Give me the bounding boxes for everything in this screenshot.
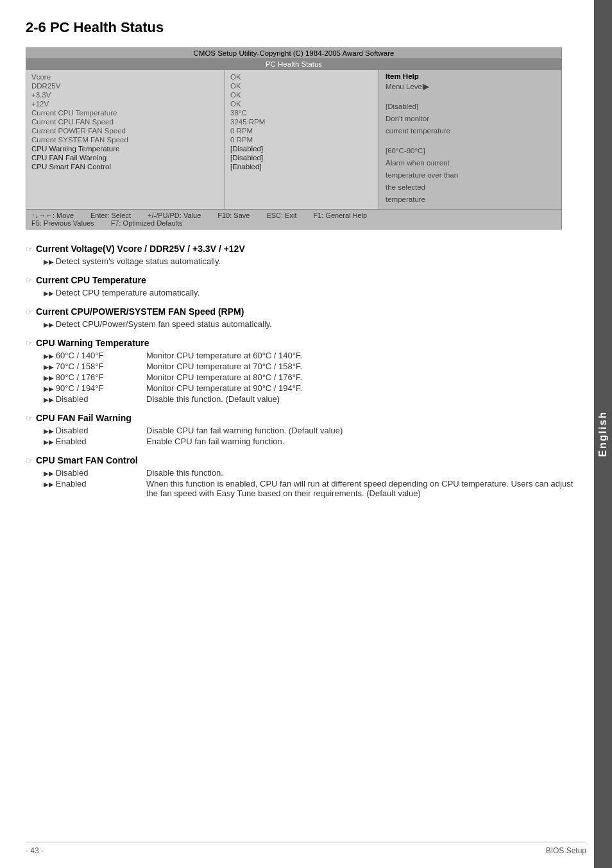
bios-row: Current CPU Temperature (31, 108, 219, 117)
sub-table: 90°C / 194°FMonitor CPU temperature at 9… (44, 383, 580, 393)
section-title: Current CPU/POWER/SYSTEM FAN Speed (RPM) (36, 306, 244, 317)
bios-row-value: OK (230, 91, 282, 99)
section-cpu-warn-temp: ☞CPU Warning Temperature60°C / 140°FMoni… (26, 338, 562, 404)
section-fan-speed: ☞Current CPU/POWER/SYSTEM FAN Speed (RPM… (26, 306, 562, 329)
sub-table-val: When this function is enabled, CPU fan w… (146, 479, 580, 498)
content-sections: ☞Current Voltage(V) Vcore / DDR25V / +3.… (26, 244, 562, 498)
section-desc: Detect system's voltage status automatic… (44, 256, 562, 266)
bios-row: Current CPU FAN Speed (31, 117, 219, 126)
bios-row-label: Current SYSTEM FAN Speed (31, 136, 219, 144)
section-title: Current Voltage(V) Vcore / DDR25V / +3.3… (36, 244, 245, 254)
sub-table-row: 70°C / 158°FMonitor CPU temperature at 7… (44, 362, 580, 371)
sub-table-row: DisabledDisable this function. (Default … (44, 394, 580, 404)
sub-table: DisabledDisable this function. (Default … (44, 394, 580, 404)
bios-row-label: Current CPU FAN Speed (31, 118, 219, 126)
section-voltage: ☞Current Voltage(V) Vcore / DDR25V / +3.… (26, 244, 562, 266)
bios-help-item: current temperature (386, 126, 555, 136)
bios-row-label: Current CPU Temperature (31, 109, 219, 117)
bios-row-value: 0 RPM (230, 136, 282, 144)
page-title: 2-6 PC Health Status (26, 19, 562, 36)
bios-help-item: Alarm when current (386, 158, 555, 168)
bios-row-value: OK (230, 73, 282, 81)
bios-footer-item: ESC: Exit (266, 212, 296, 219)
bios-row-value: 38°C (230, 109, 282, 117)
bios-row: DDR25V (31, 81, 219, 90)
sub-table: DisabledDisable CPU fan fail warning fun… (44, 426, 580, 435)
bios-row-label: CPU Warning Temperature (31, 145, 219, 153)
sub-table-key: Disabled (44, 394, 146, 404)
bios-body: VcoreDDR25V+3.3V+12VCurrent CPU Temperat… (26, 70, 561, 209)
section-arrow-icon: ☞ (26, 307, 33, 317)
sub-table-row: EnabledEnable CPU fan fail warning funct… (44, 437, 580, 446)
sub-table-key: 70°C / 158°F (44, 362, 146, 371)
bios-help-item: temperature over than (386, 171, 555, 180)
section-title: Current CPU Temperature (36, 275, 146, 285)
sub-table-key: Enabled (44, 437, 146, 446)
sub-table-val: Disable this function. (146, 468, 580, 478)
sub-table-val: Disable CPU fan fail warning function. (… (146, 426, 580, 435)
bios-help-item: [60°C-90°C] (386, 146, 555, 156)
bios-help-item: Menu Level▶ (386, 82, 555, 92)
sub-table: DisabledDisable this function. (44, 468, 580, 478)
side-tab-label: English (597, 411, 609, 457)
bios-row-label: +12V (31, 100, 219, 108)
sub-table-row: EnabledWhen this function is enabled, CP… (44, 479, 580, 498)
bios-title-bar: CMOS Setup Utility-Copyright (C) 1984-20… (26, 48, 561, 59)
section-desc: Detect CPU/Power/System fan speed status… (44, 319, 562, 329)
section-title: CPU Warning Temperature (36, 338, 149, 348)
section-arrow-icon: ☞ (26, 244, 33, 254)
bios-row-value: 3245 RPM (230, 118, 282, 126)
section-arrow-icon: ☞ (26, 413, 33, 423)
bios-row: +12V (31, 99, 219, 108)
bios-help-item: the selected (386, 183, 555, 192)
bios-footer-item: F10: Save (217, 212, 250, 219)
bios-row: CPU Warning Temperature (31, 144, 219, 153)
bios-row-value-row: 0 RPM (230, 126, 373, 135)
bios-help-item: temperature (386, 195, 555, 204)
section-cpu-temp: ☞Current CPU TemperatureDetect CPU tempe… (26, 275, 562, 297)
sub-table-key: 90°C / 194°F (44, 383, 146, 393)
bios-row-value-row: OK (230, 72, 373, 81)
side-tab: English (594, 0, 612, 868)
bios-footer-item: F7: Optimized Defaults (111, 219, 183, 227)
bios-row: Current SYSTEM FAN Speed (31, 135, 219, 144)
sub-table-val: Monitor CPU temperature at 70°C / 158°F. (146, 362, 580, 371)
bios-row-value-row: OK (230, 81, 373, 90)
sub-table-row: 60°C / 140°FMonitor CPU temperature at 6… (44, 351, 580, 360)
bios-row-label: Current POWER FAN Speed (31, 127, 219, 135)
section-title: CPU FAN Fail Warning (36, 413, 132, 423)
bios-row-value-row: 38°C (230, 108, 373, 117)
bios-row-value: [Disabled] (230, 154, 282, 162)
section-fan-fail: ☞CPU FAN Fail WarningDisabledDisable CPU… (26, 413, 562, 446)
sub-table-key: Enabled (44, 479, 146, 498)
bios-row-value-row: [Disabled] (230, 153, 373, 162)
section-desc: Detect CPU temperature automatically. (44, 288, 562, 297)
bios-row-value-row: [Enabled] (230, 162, 373, 171)
bios-row: Vcore (31, 72, 219, 81)
bios-row: Current POWER FAN Speed (31, 126, 219, 135)
bios-center-panel: OKOKOKOK38°C3245 RPM0 RPM0 RPM[Disabled]… (225, 70, 379, 209)
bios-row-value-row: 3245 RPM (230, 117, 373, 126)
sub-table-val: Disable this function. (Default value) (146, 394, 580, 404)
sub-table-val: Enable CPU fan fail warning function. (146, 437, 580, 446)
sub-table-row: 80°C / 176°FMonitor CPU temperature at 8… (44, 372, 580, 382)
sub-table: EnabledWhen this function is enabled, CP… (44, 479, 580, 498)
section-smart-fan: ☞CPU Smart FAN ControlDisabledDisable th… (26, 455, 562, 498)
section-title: CPU Smart FAN Control (36, 455, 138, 465)
bios-row-label: CPU FAN Fail Warning (31, 154, 219, 162)
sub-table-key: Disabled (44, 426, 146, 435)
bios-subtitle: PC Health Status (26, 59, 561, 70)
sub-table: 60°C / 140°FMonitor CPU temperature at 6… (44, 351, 580, 360)
bios-row: CPU FAN Fail Warning (31, 153, 219, 162)
main-content: 2-6 PC Health Status CMOS Setup Utility-… (0, 0, 594, 533)
bios-help-item: Don't monitor (386, 114, 555, 124)
bios-row-value: 0 RPM (230, 127, 282, 135)
bios-footer-item: Enter: Select (90, 212, 131, 219)
page-number: - 43 - (26, 846, 44, 855)
bios-row: CPU Smart FAN Control (31, 162, 219, 171)
bios-box: CMOS Setup Utility-Copyright (C) 1984-20… (26, 47, 562, 230)
bios-row-value-row: [Disabled] (230, 144, 373, 153)
bios-row-value: [Disabled] (230, 145, 282, 153)
sub-table-row: 90°C / 194°FMonitor CPU temperature at 9… (44, 383, 580, 393)
bios-row-value: [Enabled] (230, 163, 282, 171)
